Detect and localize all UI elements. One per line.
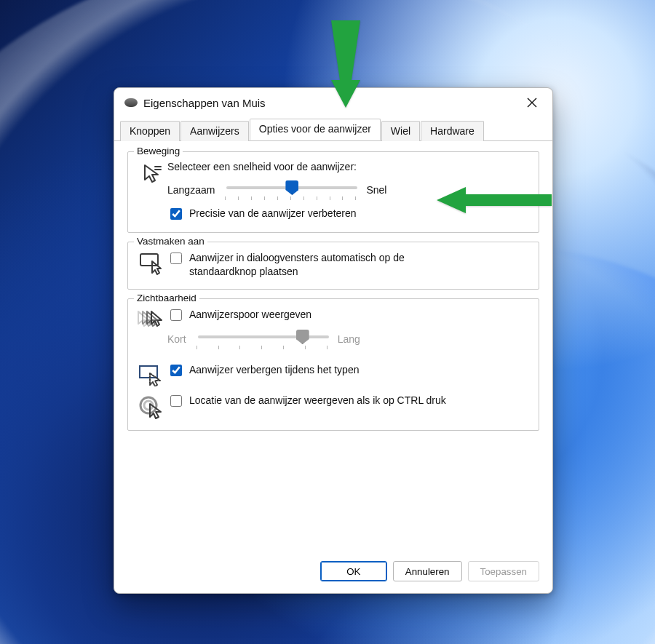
hide-while-typing-checkbox[interactable] — [170, 365, 182, 376]
hide-while-typing-label: Aanwijzer verbergen tijdens het typen — [189, 363, 359, 377]
snap-to-row[interactable]: Aanwijzer in dialoogvensters automatisch… — [167, 251, 530, 279]
mouse-icon — [124, 98, 138, 107]
pointer-trail-label: Aanwijzerspoor weergeven — [189, 308, 311, 322]
group-motion-legend: Beweging — [134, 146, 183, 156]
pointer-speed-slider[interactable] — [226, 180, 357, 196]
pointer-speed-label: Selecteer een snelheid voor de aanwijzer… — [167, 161, 530, 172]
ctrl-locate-checkbox[interactable] — [170, 395, 182, 407]
ok-button[interactable]: OK — [320, 561, 387, 581]
ctrl-locate-icon — [137, 394, 167, 420]
pointer-trail-row[interactable]: Aanwijzerspoor weergeven — [167, 308, 530, 323]
tab-hardware[interactable]: Hardware — [421, 121, 484, 141]
trail-slider-ticks — [196, 346, 328, 350]
hide-while-typing-row[interactable]: Aanwijzer verbergen tijdens het typen — [167, 363, 530, 378]
tab-content: Beweging Selecteer een snelheid voor de … — [114, 141, 552, 431]
svg-point-3 — [140, 397, 156, 413]
cancel-button[interactable]: Annuleren — [393, 561, 462, 581]
apply-button: Toepassen — [468, 561, 539, 581]
pointer-speed-slider-wrap — [225, 178, 356, 201]
group-snap-to: Vastmaken aan Aanwijzer in dialoogvenste… — [127, 242, 539, 290]
trail-long-label: Lang — [338, 333, 360, 345]
window-title: Eigenschappen van Muis — [143, 97, 517, 109]
titlebar[interactable]: Eigenschappen van Muis — [114, 88, 552, 117]
enhance-precision-row[interactable]: Precisie van de aanwijzer verbeteren — [167, 207, 530, 222]
snap-to-label: Aanwijzer in dialoogvensters automatisch… — [189, 251, 466, 279]
tab-pointers[interactable]: Aanwijzers — [180, 121, 249, 141]
pointer-icon — [137, 161, 167, 186]
dialog-button-bar: OK Annuleren Toepassen — [320, 561, 539, 581]
enhance-precision-label: Precisie van de aanwijzer verbeteren — [189, 207, 357, 220]
tab-wheel[interactable]: Wiel — [381, 121, 420, 141]
group-snap-legend: Vastmaken aan — [134, 236, 207, 247]
enhance-precision-checkbox[interactable] — [170, 208, 182, 220]
mouse-properties-dialog: Eigenschappen van Muis Knoppen Aanwijzer… — [114, 87, 553, 594]
snap-to-icon — [137, 251, 167, 276]
ctrl-locate-label: Locatie van de aanwijzer weergeven als i… — [189, 394, 446, 408]
group-motion: Beweging Selecteer een snelheid voor de … — [127, 151, 539, 233]
snap-to-checkbox[interactable] — [170, 253, 182, 264]
tab-bar: Knoppen Aanwijzers Opties voor de aanwij… — [114, 119, 552, 141]
trail-length-slider-wrap — [196, 327, 328, 350]
tab-pointer-options[interactable]: Opties voor de aanwijzer — [250, 119, 381, 140]
speed-slow-label: Langzaam — [167, 184, 215, 196]
slider-ticks — [225, 196, 356, 201]
trail-short-label: Kort — [167, 333, 186, 345]
hide-typing-icon — [137, 363, 167, 386]
trail-length-slider — [198, 329, 329, 345]
pointer-trail-icon — [137, 308, 167, 333]
close-icon — [527, 98, 537, 108]
ctrl-locate-row[interactable]: Locatie van de aanwijzer weergeven als i… — [167, 394, 530, 409]
group-visibility: Zichtbaarheid Aanwijzerspoor weergeven — [127, 298, 539, 431]
group-visibility-legend: Zichtbaarheid — [134, 293, 199, 303]
close-button[interactable] — [517, 92, 547, 114]
pointer-trail-checkbox[interactable] — [170, 309, 182, 321]
speed-fast-label: Snel — [366, 184, 386, 196]
tab-buttons[interactable]: Knoppen — [120, 121, 180, 141]
